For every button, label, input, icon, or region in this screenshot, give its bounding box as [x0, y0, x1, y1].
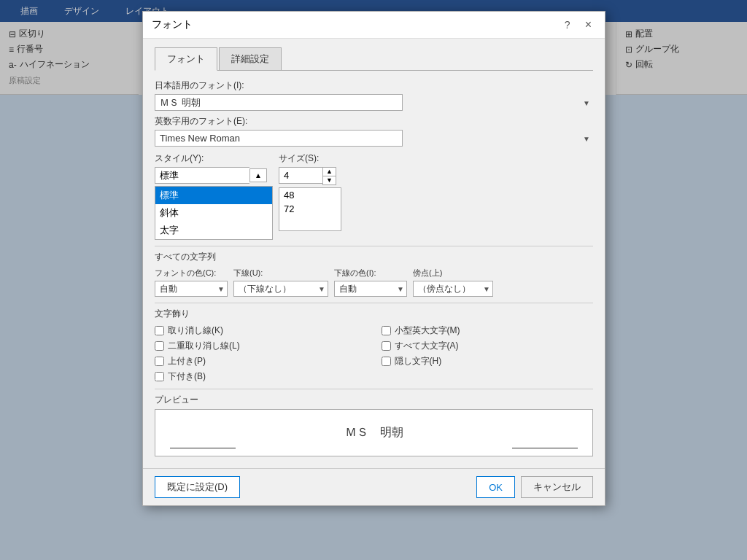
- fields-main-row: 英数字用のフォント(E): ▼: [155, 115, 593, 147]
- size-spinner: ▲ ▼: [322, 167, 336, 185]
- style-label: スタイル(Y):: [155, 152, 273, 165]
- underline-color-group: 下線の色(I): 自動 ▼: [334, 268, 407, 297]
- size-input-row: ▲ ▼: [279, 167, 341, 185]
- font-color-select[interactable]: 自動: [155, 281, 228, 297]
- english-font-arrow-icon: ▼: [583, 134, 590, 142]
- default-button[interactable]: 既定に設定(D): [155, 476, 240, 498]
- tab-font[interactable]: フォント: [155, 47, 217, 71]
- font-color-label: フォントの色(C):: [155, 268, 228, 279]
- checkbox-small-caps-input[interactable]: [382, 326, 391, 335]
- help-button[interactable]: ?: [560, 18, 575, 32]
- checkbox-subscript[interactable]: 下付き(B): [155, 370, 367, 383]
- style-input[interactable]: [155, 167, 249, 184]
- decoration-grid: 取り消し線(K) 二重取り消し線(L) 上付き(P) 下付き(B): [155, 324, 593, 383]
- style-section: スタイル(Y): ▲ 標準 斜体 太字: [155, 152, 273, 240]
- dialog-controls: ? ×: [560, 18, 596, 32]
- checkbox-hidden-input[interactable]: [382, 357, 391, 366]
- dialog-title: フォント: [152, 18, 193, 31]
- emphasis-select[interactable]: （傍点なし）: [413, 281, 493, 297]
- checkbox-superscript-input[interactable]: [155, 357, 164, 366]
- preview-section: プレビュー ＭＳ 明朝: [155, 389, 593, 456]
- size-input[interactable]: [279, 167, 322, 184]
- checkbox-hidden[interactable]: 隠し文字(H): [382, 355, 594, 368]
- size-item-72[interactable]: 72: [279, 202, 341, 216]
- checkbox-right-col: 小型英大文字(M) すべて大文字(A) 隠し文字(H): [382, 324, 594, 383]
- english-font-label: 英数字用のフォント(E):: [155, 115, 593, 128]
- cancel-button[interactable]: キャンセル: [521, 476, 593, 498]
- style-item-bold[interactable]: 太字: [155, 222, 272, 239]
- checkbox-subscript-label: 下付き(B): [168, 370, 206, 383]
- checkbox-double-strikethrough-label: 二重取り消し線(L): [168, 340, 240, 352]
- japanese-font-select[interactable]: ＭＳ 明朝: [155, 94, 403, 111]
- dialog-body: フォント 詳細設定 日本語用のフォント(I): ＭＳ 明朝 ▼ 英数字用のフォン…: [143, 39, 605, 468]
- checkbox-small-caps[interactable]: 小型英大文字(M): [382, 324, 594, 337]
- footer-right-buttons: OK キャンセル: [476, 476, 593, 498]
- underline-color-select[interactable]: 自動: [334, 281, 407, 297]
- size-label: サイズ(S):: [279, 152, 341, 165]
- font-color-select-wrap: 自動 ▼: [155, 281, 228, 297]
- dialog-titlebar: フォント ? ×: [143, 12, 605, 39]
- size-spin-down[interactable]: ▼: [323, 176, 336, 184]
- all-chars-label: すべての文字列: [155, 251, 593, 263]
- ok-button[interactable]: OK: [476, 476, 515, 498]
- size-item-48[interactable]: 48: [279, 188, 341, 202]
- style-list: 標準 斜体 太字: [155, 186, 273, 240]
- checkbox-superscript[interactable]: 上付き(P): [155, 355, 367, 368]
- checkbox-all-caps-label: すべて大文字(A): [395, 340, 459, 352]
- dialog-footer: 既定に設定(D) OK キャンセル: [143, 468, 605, 505]
- checkbox-subscript-input[interactable]: [155, 372, 164, 381]
- checkbox-hidden-label: 隠し文字(H): [395, 355, 442, 368]
- checkbox-strikethrough[interactable]: 取り消し線(K): [155, 324, 367, 337]
- checkbox-left-col: 取り消し線(K) 二重取り消し線(L) 上付き(P) 下付き(B): [155, 324, 367, 383]
- checkbox-double-strikethrough[interactable]: 二重取り消し線(L): [155, 340, 367, 352]
- english-font-select-wrap: ▼: [155, 130, 593, 147]
- underline-select-wrap: （下線なし） ▼: [233, 281, 328, 297]
- preview-lines: [155, 448, 592, 448]
- checkbox-all-caps-input[interactable]: [382, 341, 391, 351]
- japanese-font-group: 日本語用のフォント(I): ＭＳ 明朝 ▼: [155, 79, 593, 111]
- style-item-italic[interactable]: 斜体: [155, 204, 272, 222]
- format-row: フォントの色(C): 自動 ▼ 下線(U): （下線なし）: [155, 268, 593, 297]
- preview-line-right: [512, 448, 578, 448]
- size-list: 48 72: [279, 187, 341, 231]
- decoration-section: 文字飾り 取り消し線(K) 二重取り消し線(L) 上付き(P): [155, 303, 593, 383]
- emphasis-label: 傍点(上): [413, 268, 493, 279]
- preview-line-left: [170, 448, 236, 448]
- preview-text: ＭＳ 明朝: [345, 425, 403, 440]
- checkbox-strikethrough-input[interactable]: [155, 326, 164, 335]
- style-input-row: ▲: [155, 167, 273, 184]
- japanese-font-arrow-icon: ▼: [583, 98, 590, 106]
- checkbox-all-caps[interactable]: すべて大文字(A): [382, 340, 594, 352]
- checkbox-double-strikethrough-input[interactable]: [155, 341, 164, 351]
- tab-bar: フォント 詳細設定: [155, 47, 593, 71]
- all-chars-section: すべての文字列 フォントの色(C): 自動 ▼ 下線(U):: [155, 246, 593, 297]
- english-font-input[interactable]: [155, 130, 403, 147]
- underline-color-label: 下線の色(I):: [334, 268, 407, 279]
- size-spin-up[interactable]: ▲: [323, 168, 336, 176]
- underline-color-select-wrap: 自動 ▼: [334, 281, 407, 297]
- underline-select[interactable]: （下線なし）: [233, 281, 328, 297]
- tab-advanced[interactable]: 詳細設定: [219, 47, 282, 70]
- style-dropdown-btn[interactable]: ▲: [249, 168, 267, 182]
- style-item-standard[interactable]: 標準: [155, 187, 272, 204]
- japanese-font-label: 日本語用のフォント(I):: [155, 79, 593, 92]
- preview-box: ＭＳ 明朝: [155, 409, 593, 456]
- english-font-group: 英数字用のフォント(E): ▼: [155, 115, 593, 147]
- size-section: サイズ(S): ▲ ▼ 48 72: [279, 152, 341, 231]
- emphasis-select-wrap: （傍点なし） ▼: [413, 281, 493, 297]
- emphasis-group: 傍点(上) （傍点なし） ▼: [413, 268, 493, 297]
- underline-label: 下線(U):: [233, 268, 328, 279]
- preview-label: プレビュー: [155, 394, 593, 406]
- checkbox-superscript-label: 上付き(P): [168, 355, 206, 368]
- style-size-row: スタイル(Y): ▲ 標準 斜体 太字 サイズ(S): ▲: [155, 152, 593, 240]
- japanese-font-select-wrap: ＭＳ 明朝 ▼: [155, 94, 593, 111]
- decoration-title: 文字飾り: [155, 308, 593, 320]
- underline-group: 下線(U): （下線なし） ▼: [233, 268, 328, 297]
- checkbox-small-caps-label: 小型英大文字(M): [395, 324, 460, 337]
- checkbox-strikethrough-label: 取り消し線(K): [168, 324, 223, 337]
- close-button[interactable]: ×: [581, 18, 596, 32]
- font-color-group: フォントの色(C): 自動 ▼: [155, 268, 228, 297]
- font-dialog: フォント ? × フォント 詳細設定 日本語用のフォント(I): ＭＳ 明朝 ▼: [142, 11, 605, 506]
